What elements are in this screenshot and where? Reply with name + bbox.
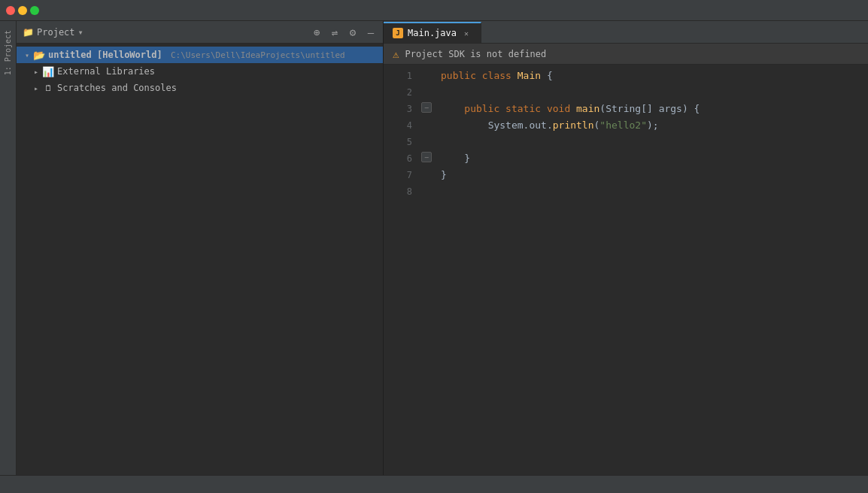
- project-path: C:\Users\Dell\IdeaProjects\untitled: [171, 50, 345, 60]
- line-num-4: 4: [384, 117, 412, 134]
- tab-filename: Main.java: [408, 28, 457, 38]
- code-gutter: − −: [420, 65, 435, 475]
- project-panel: 📁 Project ▾ ⊕ ⇌ ⚙ — ▾ 📂 untitled [HelloW…: [17, 21, 384, 475]
- project-root-item[interactable]: ▾ 📂 untitled [HelloWorld] C:\Users\Dell\…: [17, 47, 383, 63]
- line-num-8: 8: [384, 183, 412, 200]
- code-content[interactable]: public class Main { public static: [435, 65, 868, 475]
- code-editor: 1 2 3 4 5 6 7 8 − − public class: [384, 65, 868, 475]
- method-main: main: [576, 101, 599, 117]
- external-libs-arrow: ▸: [32, 67, 41, 76]
- status-bar: [0, 475, 868, 493]
- warning-icon: ⚠: [393, 48, 399, 60]
- kw-class: class: [482, 68, 511, 84]
- string-hello2: "hello2": [599, 117, 647, 134]
- out-ref: out: [529, 117, 546, 134]
- external-libs-icon: 📊: [42, 65, 54, 77]
- line-num-5: 5: [384, 134, 412, 150]
- scratches-arrow: ▸: [32, 83, 41, 92]
- classname-main: Main: [517, 68, 541, 84]
- tab-close-button[interactable]: ✕: [461, 28, 472, 38]
- minimize-icon[interactable]: —: [365, 26, 377, 38]
- println-method: println: [553, 117, 594, 134]
- line-num-3: 3: [384, 101, 412, 117]
- java-file-icon: J: [393, 28, 403, 38]
- scratches-label: Scratches and Consoles: [57, 83, 177, 93]
- code-line-1: public class Main {: [441, 68, 868, 84]
- kw-static: static: [505, 101, 541, 117]
- system-ref: System: [488, 117, 524, 134]
- code-line-8: [441, 183, 868, 200]
- editor-area: J Main.java ✕ ⚠ Project SDK is not defin…: [384, 21, 868, 475]
- main-java-tab[interactable]: J Main.java ✕: [384, 22, 481, 43]
- fold-icon-line6[interactable]: −: [421, 152, 432, 162]
- code-line-3: public static void main ( String [] args…: [441, 101, 868, 117]
- line-num-1: 1: [384, 68, 412, 84]
- code-line-7: }: [441, 167, 868, 183]
- code-line-5: [441, 134, 868, 150]
- maximize-button[interactable]: [30, 6, 39, 15]
- window-controls: [6, 6, 39, 15]
- editor-tab-bar: J Main.java ✕: [384, 21, 868, 44]
- project-toolbar: 📁 Project ▾ ⊕ ⇌ ⚙ —: [17, 21, 383, 44]
- sdk-warning-text: Project SDK is not defined: [405, 49, 546, 59]
- external-libs-label: External Libraries: [57, 66, 155, 77]
- project-folder-icon: 📂: [33, 49, 45, 61]
- line-num-2: 2: [384, 84, 412, 101]
- line-num-6: 6: [384, 150, 412, 167]
- code-line-4: System . out . println ( "hello2" );: [441, 117, 868, 134]
- globe-icon[interactable]: ⊕: [311, 26, 323, 38]
- line-num-7: 7: [384, 167, 412, 183]
- scratches-consoles-item[interactable]: ▸ 🗒 Scratches and Consoles: [17, 80, 383, 96]
- main-layout: 1: Project 📁 Project ▾ ⊕ ⇌ ⚙ — ▾ 📂 unti: [0, 21, 868, 475]
- folder-icon: 📁: [23, 27, 34, 38]
- project-panel-label[interactable]: 1: Project: [4, 30, 12, 75]
- split-icon[interactable]: ⇌: [329, 26, 341, 38]
- line-numbers: 1 2 3 4 5 6 7 8: [384, 65, 420, 475]
- sdk-warning-bar: ⚠ Project SDK is not defined: [384, 44, 868, 65]
- minimize-button[interactable]: [18, 6, 27, 15]
- kw-public-1: public: [441, 68, 476, 84]
- type-string: String: [605, 101, 641, 117]
- sidebar-strip[interactable]: 1: Project: [0, 21, 17, 475]
- code-line-2: [441, 84, 868, 101]
- close-button[interactable]: [6, 6, 15, 15]
- project-toolbar-icons: ⊕ ⇌ ⚙ —: [311, 26, 377, 38]
- project-tree: ▾ 📂 untitled [HelloWorld] C:\Users\Dell\…: [17, 44, 383, 475]
- external-libraries-item[interactable]: ▸ 📊 External Libraries: [17, 63, 383, 80]
- project-bold-name: untitled [HelloWorld]: [48, 50, 162, 60]
- title-bar: [0, 0, 868, 21]
- gear-icon[interactable]: ⚙: [347, 26, 359, 38]
- scratches-icon: 🗒: [42, 82, 54, 94]
- expand-arrow: ▾: [23, 50, 32, 59]
- fold-icon-line3[interactable]: −: [421, 102, 432, 113]
- project-title: 📁 Project ▾: [23, 27, 306, 38]
- project-label: Project: [37, 27, 75, 38]
- dropdown-icon[interactable]: ▾: [78, 27, 83, 38]
- code-line-6: }: [441, 150, 868, 167]
- project-root-label: untitled [HelloWorld] C:\Users\Dell\Idea…: [48, 50, 345, 60]
- kw-public-2: public: [464, 101, 499, 117]
- kw-void: void: [547, 101, 570, 117]
